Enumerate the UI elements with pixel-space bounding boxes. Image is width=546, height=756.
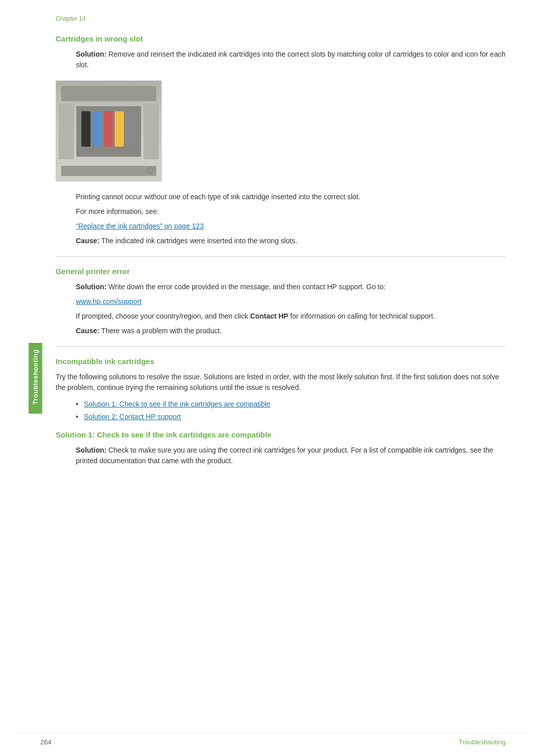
solution-body-general: Write down the error code provided in th…	[109, 283, 386, 291]
solution-label-general: Solution:	[76, 283, 107, 291]
section-cartridges-wrong-slot: Cartridges in wrong slot Solution: Remov…	[56, 34, 506, 246]
solution-block-general: Solution: Write down the error code prov…	[76, 282, 506, 336]
solution-text-solution1: Solution: Check to make sure you are usi…	[76, 445, 506, 466]
page-footer: 264 Troubleshooting	[15, 733, 531, 746]
solution-2-link[interactable]: Solution 2: Contact HP support	[84, 413, 181, 421]
cartridge-5	[126, 111, 135, 147]
incompatible-links-list: Solution 1: Check to see if the ink cart…	[76, 399, 506, 422]
solution-body-solution1: Check to make sure you are using the cor…	[76, 446, 493, 465]
side-tab-label: Troubleshooting	[32, 349, 39, 404]
side-tab: Troubleshooting	[29, 343, 42, 414]
footer-page-number: 264	[40, 738, 52, 746]
cartridge-4	[115, 111, 124, 147]
solution-1-link[interactable]: Solution 1: Check to see if the ink cart…	[84, 400, 270, 408]
cartridges-link[interactable]: “Replace the ink cartridges” on page 123	[76, 221, 506, 232]
printer-image	[56, 80, 162, 182]
general-link[interactable]: www.hp.com/support	[76, 296, 506, 307]
section-heading-general: General printer error	[56, 267, 506, 276]
incompatible-intro: Try the following solutions to resolve t…	[56, 372, 506, 393]
section-heading-incompatible: Incompatible ink cartridges	[56, 357, 506, 366]
chapter-label: Chapter 14	[56, 15, 506, 22]
section-solution-1: Solution 1: Check to see if the ink cart…	[56, 430, 506, 466]
body-text-1-cartridges: Printing cannot occur without one of eac…	[76, 192, 506, 202]
printer-right-panel	[144, 104, 159, 159]
solution-label-solution1: Solution:	[76, 446, 107, 454]
solution-block-cartridges: Solution: Remove and reinsert the indica…	[76, 49, 506, 70]
replace-cartridges-link[interactable]: “Replace the ink cartridges” on page 123	[76, 222, 204, 230]
printer-slot-area	[76, 106, 141, 157]
cause-label-cartridges: Cause:	[76, 237, 100, 245]
divider-1	[56, 256, 506, 257]
section-general-printer-error: General printer error Solution: Write do…	[56, 267, 506, 336]
printer-left-panel	[59, 104, 74, 159]
divider-2	[56, 346, 506, 347]
cause-label-general: Cause:	[76, 327, 100, 335]
cartridge-3	[104, 111, 113, 147]
cause-text-cartridges: Cause: The indicated ink cartridges were…	[76, 236, 506, 246]
solution-label-cartridges: Solution:	[76, 50, 107, 58]
cause-body-cartridges: The indicated ink cartridges were insert…	[101, 237, 297, 245]
general-body-text: If prompted, choose your country/region,…	[76, 311, 506, 322]
solution-body-cartridges: Remove and reinsert the indicated ink ca…	[76, 50, 506, 69]
printer-circle-button	[148, 167, 154, 173]
incompatible-link-item-1[interactable]: Solution 1: Check to see if the ink cart…	[76, 399, 506, 410]
body-text-2-cartridges: For more information, see:	[76, 206, 506, 217]
solution-text-cartridges: Solution: Remove and reinsert the indica…	[76, 49, 506, 70]
section-heading-solution1: Solution 1: Check to see if the ink cart…	[56, 430, 506, 439]
cause-body-general: There was a problem with the product.	[101, 327, 221, 335]
cause-text-general: Cause: There was a problem with the prod…	[76, 326, 506, 336]
general-body-text-start: If prompted, choose your country/region,…	[76, 312, 250, 320]
printer-top	[61, 86, 156, 101]
solution-block-solution1: Solution: Check to make sure you are usi…	[76, 445, 506, 466]
general-body-text-end: for information on calling for technical…	[288, 312, 435, 320]
printer-bottom	[61, 166, 156, 176]
section-heading-cartridges: Cartridges in wrong slot	[56, 34, 506, 43]
incompatible-link-item-2[interactable]: Solution 2: Contact HP support	[76, 412, 506, 422]
body-block-cartridges: Printing cannot occur without one of eac…	[76, 192, 506, 246]
hp-support-link[interactable]: www.hp.com/support	[76, 297, 142, 305]
cartridge-2	[93, 111, 102, 147]
footer-section-label: Troubleshooting	[459, 738, 506, 746]
solution-text-general: Solution: Write down the error code prov…	[76, 282, 506, 292]
cartridge-1	[81, 111, 90, 147]
contact-hp-bold: Contact HP	[250, 312, 288, 320]
section-incompatible: Incompatible ink cartridges Try the foll…	[56, 357, 506, 422]
